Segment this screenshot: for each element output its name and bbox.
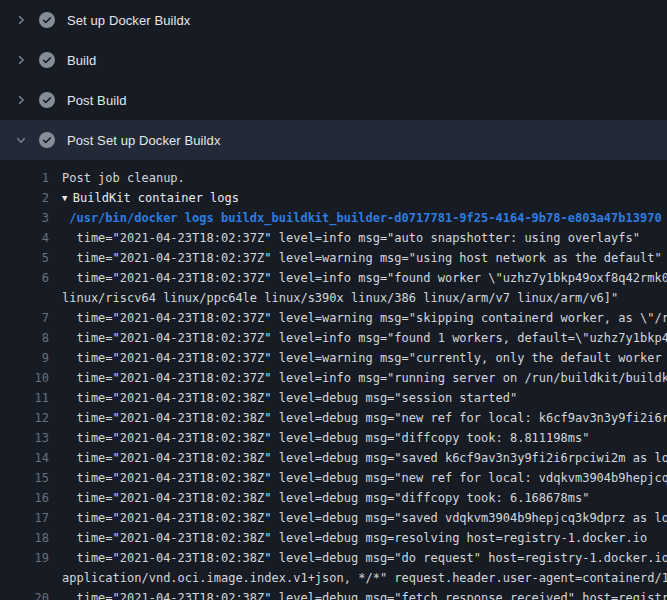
step-header[interactable]: Post Set up Docker Buildx bbox=[0, 120, 667, 160]
log-line: 18 time="2021-04-23T18:02:38Z" level=deb… bbox=[0, 528, 667, 548]
log-line: 3 /usr/bin/docker logs buildx_buildkit_b… bbox=[0, 208, 667, 228]
log-line-number[interactable] bbox=[0, 288, 49, 308]
check-circle-icon bbox=[39, 52, 55, 68]
step-title: Set up Docker Buildx bbox=[67, 13, 190, 28]
log-line-text: time="2021-04-23T18:02:38Z" level=debug … bbox=[49, 408, 667, 428]
log-line: 19 time="2021-04-23T18:02:38Z" level=deb… bbox=[0, 548, 667, 568]
log-panel[interactable]: 1 Post job cleanup. 2 ▼ BuildKit contain… bbox=[0, 160, 667, 600]
log-line-text: time="2021-04-23T18:02:37Z" level=info m… bbox=[49, 368, 667, 388]
chevron-right-icon[interactable] bbox=[13, 52, 29, 68]
log-line-number[interactable]: 15 bbox=[0, 468, 49, 488]
log-line-text: linux/riscv64 linux/ppc64le linux/s390x … bbox=[49, 288, 667, 308]
log-line-text: time="2021-04-23T18:02:38Z" level=debug … bbox=[49, 508, 667, 528]
log-line: 13 time="2021-04-23T18:02:38Z" level=deb… bbox=[0, 428, 667, 448]
log-line-text: time="2021-04-23T18:02:38Z" level=debug … bbox=[49, 548, 667, 568]
actions-log-viewer: Set up Docker Buildx Build P bbox=[0, 0, 667, 600]
log-line-number[interactable]: 3 bbox=[0, 208, 49, 228]
log-line-text: ▼ BuildKit container logs bbox=[49, 188, 667, 208]
log-line-text: time="2021-04-23T18:02:37Z" level=warnin… bbox=[49, 248, 667, 268]
log-line: 1 Post job cleanup. bbox=[0, 168, 667, 188]
log-line-number[interactable]: 17 bbox=[0, 508, 49, 528]
log-line: 12 time="2021-04-23T18:02:38Z" level=deb… bbox=[0, 408, 667, 428]
log-line: 4 time="2021-04-23T18:02:37Z" level=info… bbox=[0, 228, 667, 248]
step-list: Set up Docker Buildx Build P bbox=[0, 0, 667, 160]
log-line: 11 time="2021-04-23T18:02:38Z" level=deb… bbox=[0, 388, 667, 408]
step-header[interactable]: Post Build bbox=[0, 80, 667, 120]
chevron-down-icon[interactable] bbox=[13, 132, 29, 148]
log-line-number[interactable]: 1 bbox=[0, 168, 49, 188]
log-line-text: /usr/bin/docker logs buildx_buildkit_bui… bbox=[49, 208, 667, 228]
log-line-number[interactable]: 9 bbox=[0, 348, 49, 368]
log-line: linux/riscv64 linux/ppc64le linux/s390x … bbox=[0, 288, 667, 308]
log-line-text: time="2021-04-23T18:02:37Z" level=info m… bbox=[49, 268, 667, 288]
step-title: Post Build bbox=[67, 93, 127, 108]
log-line-number[interactable]: 19 bbox=[0, 548, 49, 568]
chevron-right-icon[interactable] bbox=[13, 92, 29, 108]
log-line: 7 time="2021-04-23T18:02:37Z" level=warn… bbox=[0, 308, 667, 328]
log-line-text: time="2021-04-23T18:02:37Z" level=warnin… bbox=[49, 308, 667, 328]
log-line-number[interactable]: 7 bbox=[0, 308, 49, 328]
log-line-text: time="2021-04-23T18:02:38Z" level=debug … bbox=[49, 448, 667, 468]
log-line: 8 time="2021-04-23T18:02:37Z" level=info… bbox=[0, 328, 667, 348]
log-line-number[interactable]: 11 bbox=[0, 388, 49, 408]
log-line: 15 time="2021-04-23T18:02:38Z" level=deb… bbox=[0, 468, 667, 488]
log-line: 10 time="2021-04-23T18:02:37Z" level=inf… bbox=[0, 368, 667, 388]
step-header[interactable]: Set up Docker Buildx bbox=[0, 0, 667, 40]
log-line-number[interactable]: 13 bbox=[0, 428, 49, 448]
chevron-right-icon[interactable] bbox=[13, 12, 29, 28]
log-line-number[interactable]: 12 bbox=[0, 408, 49, 428]
log-line-number[interactable]: 20 bbox=[0, 588, 49, 600]
log-line-text: time="2021-04-23T18:02:38Z" level=debug … bbox=[49, 388, 667, 408]
check-circle-icon bbox=[39, 132, 55, 148]
log-line-number[interactable]: 16 bbox=[0, 488, 49, 508]
log-line: 20 time="2021-04-23T18:02:38Z" level=deb… bbox=[0, 588, 667, 600]
group-toggle-icon[interactable]: ▼ bbox=[62, 188, 73, 208]
step-title: Build bbox=[67, 53, 96, 68]
log-line-number[interactable]: 10 bbox=[0, 368, 49, 388]
log-line-text: Post job cleanup. bbox=[49, 168, 667, 188]
log-line-text: time="2021-04-23T18:02:38Z" level=debug … bbox=[49, 488, 667, 508]
log-line-number[interactable]: 18 bbox=[0, 528, 49, 548]
log-line-number[interactable]: 14 bbox=[0, 448, 49, 468]
log-line-number[interactable] bbox=[0, 568, 49, 588]
log-line: 6 time="2021-04-23T18:02:37Z" level=info… bbox=[0, 268, 667, 288]
check-circle-icon bbox=[39, 92, 55, 108]
log-line-number[interactable]: 2 bbox=[0, 188, 49, 208]
log-line-number[interactable]: 6 bbox=[0, 268, 49, 288]
log-line: 14 time="2021-04-23T18:02:38Z" level=deb… bbox=[0, 448, 667, 468]
log-line-text: time="2021-04-23T18:02:38Z" level=debug … bbox=[49, 588, 667, 600]
step-header[interactable]: Build bbox=[0, 40, 667, 80]
log-line: application/vnd.oci.image.index.v1+json,… bbox=[0, 568, 667, 588]
log-line-text: time="2021-04-23T18:02:38Z" level=debug … bbox=[49, 428, 667, 448]
log-line: 9 time="2021-04-23T18:02:37Z" level=warn… bbox=[0, 348, 667, 368]
log-line-text: application/vnd.oci.image.index.v1+json,… bbox=[49, 568, 667, 588]
log-line: 17 time="2021-04-23T18:02:38Z" level=deb… bbox=[0, 508, 667, 528]
log-line-text: time="2021-04-23T18:02:38Z" level=debug … bbox=[49, 468, 667, 488]
log-line: 5 time="2021-04-23T18:02:37Z" level=warn… bbox=[0, 248, 667, 268]
check-circle-icon bbox=[39, 12, 55, 28]
log-line-number[interactable]: 5 bbox=[0, 248, 49, 268]
log-line-text: time="2021-04-23T18:02:38Z" level=debug … bbox=[49, 528, 667, 548]
log-line-text: time="2021-04-23T18:02:37Z" level=info m… bbox=[49, 328, 667, 348]
log-line-number[interactable]: 4 bbox=[0, 228, 49, 248]
log-line-text: time="2021-04-23T18:02:37Z" level=info m… bbox=[49, 228, 667, 248]
log-line: 2 ▼ BuildKit container logs bbox=[0, 188, 667, 208]
log-line-text: time="2021-04-23T18:02:37Z" level=warnin… bbox=[49, 348, 667, 368]
log-line: 16 time="2021-04-23T18:02:38Z" level=deb… bbox=[0, 488, 667, 508]
step-title: Post Set up Docker Buildx bbox=[67, 133, 221, 148]
log-line-number[interactable]: 8 bbox=[0, 328, 49, 348]
